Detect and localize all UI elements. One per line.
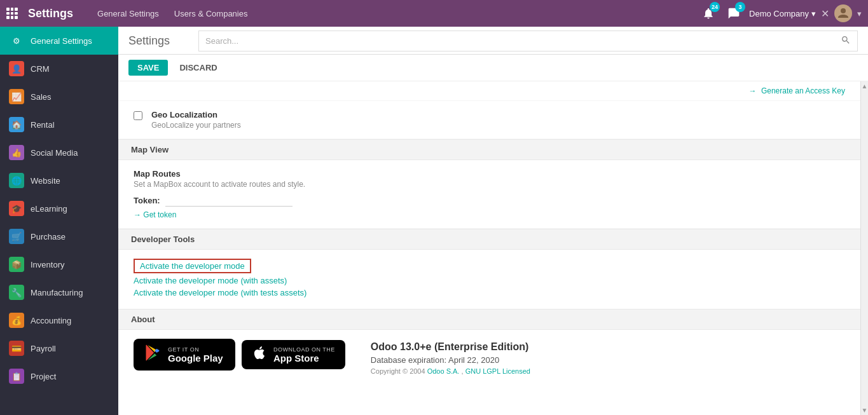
general-settings-icon: ⚙ bbox=[9, 33, 24, 48]
store-badges: GET IT ON Google Play Download on the bbox=[134, 339, 345, 371]
sidebar-item-label: Social Media bbox=[31, 148, 78, 158]
google-play-icon bbox=[144, 344, 162, 365]
main-layout: ⚙ General Settings 👤 CRM 📈 Sales 🏠 Renta… bbox=[0, 27, 868, 415]
sidebar-item-label: CRM bbox=[31, 64, 50, 74]
inventory-icon: 📦 bbox=[9, 257, 24, 272]
user-avatar[interactable] bbox=[834, 4, 852, 22]
about-version: Odoo 13.0+e (Enterprise Edition) bbox=[371, 341, 530, 353]
geo-localization-checkbox[interactable] bbox=[134, 111, 142, 120]
avatar-chevron-icon[interactable]: ▾ bbox=[857, 9, 862, 18]
svg-point-0 bbox=[841, 8, 846, 13]
activate-dev-tests-link[interactable]: Activate the developer mode (with tests … bbox=[134, 288, 845, 297]
apple-icon bbox=[252, 345, 267, 364]
search-input[interactable] bbox=[199, 32, 834, 50]
arrow-right-icon: → bbox=[749, 86, 757, 95]
company-selector[interactable]: Demo Company ▾ bbox=[749, 9, 816, 18]
scroll-up-arrow[interactable]: ▲ bbox=[862, 83, 868, 90]
token-row: Token: bbox=[134, 194, 845, 207]
developer-tools-section-header: Developer Tools bbox=[118, 229, 860, 250]
sidebar-item-rental[interactable]: 🏠 Rental bbox=[0, 111, 118, 139]
scroll-down-arrow[interactable]: ▼ bbox=[862, 407, 868, 414]
sidebar-item-label: Accounting bbox=[31, 316, 71, 325]
social-media-icon: 👍 bbox=[9, 145, 24, 160]
geo-localization-label: Geo Localization bbox=[151, 110, 241, 119]
activate-dev-assets-link[interactable]: Activate the developer mode (with assets… bbox=[134, 276, 845, 285]
payroll-icon: 💳 bbox=[9, 341, 24, 356]
sidebar-item-general-settings[interactable]: ⚙ General Settings bbox=[0, 27, 118, 55]
close-icon[interactable]: ✕ bbox=[821, 8, 829, 20]
app-menu-icon[interactable] bbox=[6, 8, 18, 19]
google-play-badge[interactable]: GET IT ON Google Play bbox=[134, 339, 235, 371]
google-play-text: GET IT ON Google Play bbox=[168, 346, 223, 364]
menu-general-settings[interactable]: General Settings bbox=[90, 0, 167, 27]
map-routes-desc: Set a MapBox account to activate routes … bbox=[134, 180, 845, 189]
sidebar-item-label: Manufacturing bbox=[31, 288, 83, 297]
crm-icon: 👤 bbox=[9, 61, 24, 76]
scrollbar[interactable]: ▲ ▼ bbox=[860, 81, 868, 415]
notification-badge: 24 bbox=[710, 2, 720, 12]
sidebar-item-accounting[interactable]: 💰 Accounting bbox=[0, 306, 118, 334]
app-store-text: Download on the App Store bbox=[273, 346, 335, 364]
developer-tools-block: Activate the developer mode Activate the… bbox=[118, 250, 860, 309]
topnav-right: 24 3 Demo Company ▾ ✕ ▾ bbox=[698, 3, 862, 24]
rental-icon: 🏠 bbox=[9, 117, 24, 132]
about-section: GET IT ON Google Play Download on the bbox=[118, 330, 860, 384]
sidebar-item-elearning[interactable]: 🎓 eLearning bbox=[0, 194, 118, 222]
sidebar-item-label: Project bbox=[31, 372, 56, 381]
geo-localization-info: Geo Localization GeoLocalize your partne… bbox=[151, 110, 241, 130]
main-area: Settings SAVE DISCARD → bbox=[118, 27, 868, 415]
about-copyright: Copyright © 2004 Odoo S.A. , GNU LGPL Li… bbox=[371, 367, 530, 375]
top-navigation: Settings General Settings Users & Compan… bbox=[0, 0, 868, 27]
save-button[interactable]: SAVE bbox=[128, 60, 168, 76]
action-bar: SAVE DISCARD bbox=[118, 55, 868, 81]
website-icon: 🌐 bbox=[9, 173, 24, 188]
accounting-icon: 💰 bbox=[9, 313, 24, 328]
geo-localization-desc: GeoLocalize your partners bbox=[151, 121, 241, 130]
access-key-row: → Generate an Access Key bbox=[118, 81, 860, 101]
map-view-section-header: Map View bbox=[118, 139, 860, 160]
sidebar-item-crm[interactable]: 👤 CRM bbox=[0, 55, 118, 83]
sidebar-item-inventory[interactable]: 📦 Inventory bbox=[0, 250, 118, 278]
about-expiry: Database expiration: April 22, 2020 bbox=[371, 355, 530, 365]
chevron-down-icon: ▾ bbox=[811, 9, 816, 18]
elearning-icon: 🎓 bbox=[9, 201, 24, 216]
license-link[interactable]: GNU LGPL Licensed bbox=[465, 367, 530, 375]
purchase-icon: 🛒 bbox=[9, 229, 24, 244]
sidebar-item-label: Purchase bbox=[31, 232, 65, 242]
activate-dev-mode-link[interactable]: Activate the developer mode bbox=[134, 259, 251, 273]
app-store-badge[interactable]: Download on the App Store bbox=[242, 340, 345, 369]
sidebar-item-label: Inventory bbox=[31, 260, 64, 269]
content-scroll: → Generate an Access Key Geo Localizatio… bbox=[118, 81, 860, 415]
manufacturing-icon: 🔧 bbox=[9, 285, 24, 300]
sidebar-item-sales[interactable]: 📈 Sales bbox=[0, 83, 118, 111]
sales-icon: 📈 bbox=[9, 89, 24, 104]
app-title: Settings bbox=[28, 7, 73, 20]
about-section-header: About bbox=[118, 309, 860, 330]
settings-page-title: Settings bbox=[128, 34, 192, 48]
sidebar-item-social-media[interactable]: 👍 Social Media bbox=[0, 139, 118, 167]
top-menu: General Settings Users & Companies bbox=[90, 0, 255, 27]
sidebar-item-website[interactable]: 🌐 Website bbox=[0, 167, 118, 194]
sidebar-item-label: Website bbox=[31, 176, 60, 186]
odoo-sa-link[interactable]: Odoo S.A. bbox=[427, 367, 460, 375]
sidebar-item-label: Payroll bbox=[31, 344, 56, 353]
token-input[interactable] bbox=[165, 194, 293, 207]
search-icon[interactable] bbox=[834, 31, 857, 51]
sidebar-item-manufacturing[interactable]: 🔧 Manufacturing bbox=[0, 278, 118, 306]
menu-users-companies[interactable]: Users & Companies bbox=[167, 0, 256, 27]
notifications-btn[interactable]: 24 bbox=[698, 3, 719, 24]
project-icon: 📋 bbox=[9, 369, 24, 384]
get-token-link[interactable]: → Get token bbox=[134, 210, 845, 219]
sidebar-item-label: Rental bbox=[31, 120, 55, 130]
sidebar-item-label: General Settings bbox=[31, 36, 92, 46]
discard-button[interactable]: DISCARD bbox=[173, 60, 223, 76]
sidebar-item-payroll[interactable]: 💳 Payroll bbox=[0, 334, 118, 362]
search-container bbox=[198, 31, 858, 51]
sidebar-item-label: Sales bbox=[31, 92, 52, 102]
map-routes-block: Map Routes Set a MapBox account to activ… bbox=[118, 160, 860, 229]
sidebar-item-project[interactable]: 📋 Project bbox=[0, 362, 118, 390]
generate-access-key-link[interactable]: → Generate an Access Key bbox=[749, 86, 845, 95]
sidebar-item-purchase[interactable]: 🛒 Purchase bbox=[0, 222, 118, 250]
sidebar: ⚙ General Settings 👤 CRM 📈 Sales 🏠 Renta… bbox=[0, 27, 118, 415]
messages-btn[interactable]: 3 bbox=[724, 3, 744, 24]
